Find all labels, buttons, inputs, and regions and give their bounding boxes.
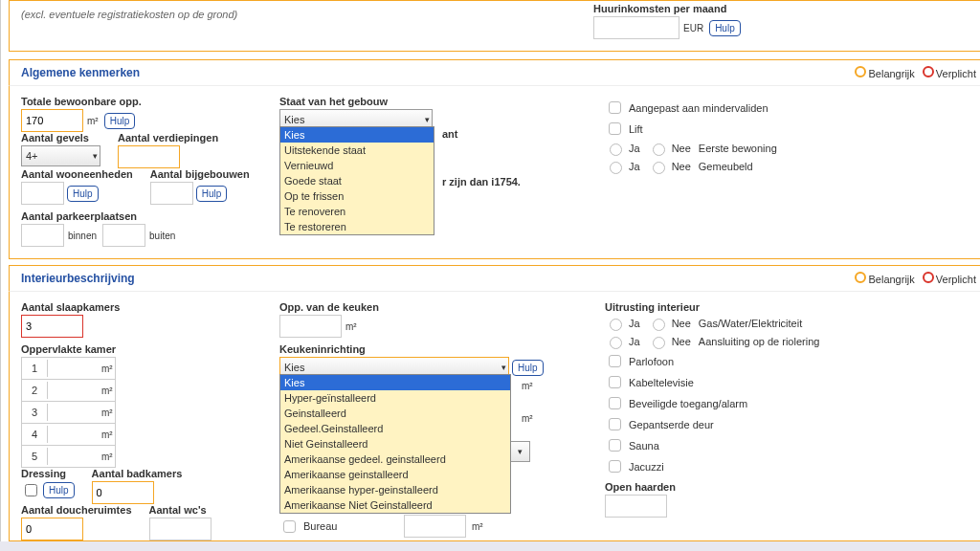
keuken-inr-label: Keukeninrichting — [279, 343, 595, 355]
radio-riool-ja[interactable] — [610, 337, 622, 349]
legend-dot-important — [855, 66, 866, 77]
keuken-option[interactable]: Amerikaanse geinstalleerd — [280, 467, 510, 482]
keuken-option[interactable]: Hyper-geïnstalleerd — [280, 390, 510, 406]
haarden-label: Open haarden — [605, 481, 976, 493]
help-button[interactable]: Hulp — [43, 482, 75, 498]
douche-label: Aantal doucheruimtes — [21, 504, 132, 516]
keuken-opp-label: Opp. van de keuken — [279, 301, 595, 313]
radio-eerste-ja[interactable] — [610, 143, 622, 156]
buiten-label: buiten — [149, 231, 175, 241]
legend-dot-required — [923, 272, 934, 283]
ja-label: Ja — [629, 336, 640, 347]
alarm-label: Beveiligde toegang/alarm — [629, 398, 747, 409]
chevron-down-icon: ▾ — [518, 447, 523, 456]
deur-label: Gepantserde deur — [629, 419, 714, 430]
gemeubeld-label: Gemeubeld — [699, 161, 753, 172]
chk-alarm[interactable] — [609, 397, 621, 409]
radio-gemeubeld-nee[interactable] — [653, 162, 665, 174]
help-button[interactable]: Hulp — [104, 113, 136, 129]
wooneenheden-input[interactable] — [21, 182, 64, 205]
gevels-label: Aantal gevels — [21, 132, 100, 143]
bijgebouwen-input[interactable] — [150, 182, 193, 205]
help-button[interactable]: Hulp — [196, 186, 228, 202]
registration-note: (excl. eventuele registratiekosten op de… — [21, 9, 237, 20]
staat-option[interactable]: Kies — [280, 127, 434, 143]
keuken-option[interactable]: Niet Geinstalleerd — [280, 436, 510, 452]
kamer-opp-input[interactable] — [48, 380, 100, 401]
section-title-general: Algemene kenmerken — [21, 66, 140, 79]
kamer-opp-input[interactable] — [48, 424, 100, 445]
ja-label: Ja — [629, 143, 640, 154]
parkeer-buiten-input[interactable] — [102, 224, 145, 247]
bureau-opp-input[interactable] — [404, 515, 466, 538]
wc-label: Aantal wc's — [149, 504, 212, 516]
nee-label: Nee — [672, 336, 691, 347]
parkeer-binnen-input[interactable] — [21, 224, 64, 247]
chk-bureau[interactable] — [283, 520, 296, 533]
keuken-option[interactable]: Amerikaanse hyper-geinstalleerd — [280, 482, 510, 497]
haarden-input[interactable] — [605, 495, 667, 518]
legend-dot-important — [855, 272, 866, 283]
chk-jacuzzi[interactable] — [609, 460, 621, 473]
chevron-down-icon: ▾ — [425, 115, 430, 124]
keuken-option[interactable]: Amerikaanse gedeel. geinstalleerd — [280, 452, 510, 467]
radio-gemeubeld-ja[interactable] — [610, 162, 622, 174]
staat-dropdown-list[interactable]: KiesUitstekende staatVernieuwdGoede staa… — [279, 126, 434, 235]
keuken-option[interactable]: Gedeel.Geinstalleerd — [280, 421, 510, 436]
wc-input[interactable] — [149, 518, 212, 540]
m2-unit: m² — [522, 413, 533, 424]
radio-eerste-nee[interactable] — [653, 143, 665, 156]
chk-sauna[interactable] — [609, 439, 621, 452]
radio-riool-nee[interactable] — [653, 337, 665, 349]
m2-unit: m² — [87, 116, 99, 126]
keuken-option[interactable]: Geinstalleerd — [280, 406, 510, 421]
badkamers-input[interactable] — [92, 481, 154, 504]
keuken-opp-input[interactable] — [279, 315, 342, 338]
chk-deur[interactable] — [609, 418, 621, 430]
chk-kabel[interactable] — [609, 376, 621, 388]
staat-option[interactable]: Op te frissen — [280, 188, 434, 204]
douche-input[interactable] — [21, 518, 83, 540]
help-button[interactable]: Hulp — [67, 186, 99, 202]
radio-gas-ja[interactable] — [610, 319, 622, 331]
legend-dot-required — [923, 66, 934, 77]
help-button[interactable]: Hulp — [512, 360, 544, 376]
legend: Belangrijk Verplicht — [855, 272, 976, 285]
chk-lift[interactable] — [609, 122, 621, 135]
kamer-opp-input[interactable] — [48, 402, 100, 423]
staat-option[interactable]: Goede staat — [280, 173, 434, 188]
chk-parlofoon[interactable] — [609, 355, 621, 367]
keuken-option[interactable]: Kies — [280, 375, 510, 390]
keuken-dropdown-list[interactable]: KiesHyper-geïnstalleerdGeinstalleerdGede… — [279, 374, 511, 514]
chevron-down-icon: ▾ — [501, 363, 506, 372]
chk-mindervaliden[interactable] — [609, 101, 621, 114]
nee-label: Nee — [672, 143, 691, 154]
keuken-option[interactable]: Amerikaanse Niet Geinstalleerd — [280, 497, 510, 513]
dressing-label: Dressing — [21, 468, 75, 479]
kabel-label: Kabeltelevisie — [629, 377, 694, 388]
m2-unit: m² — [345, 321, 357, 332]
ja-label: Ja — [629, 161, 640, 172]
kamer-opp-input[interactable] — [48, 446, 100, 467]
staat-option[interactable]: Vernieuwd — [280, 158, 434, 173]
rent-input[interactable] — [593, 16, 679, 39]
parlofoon-label: Parlofoon — [629, 356, 674, 367]
uitrusting-label: Uitrusting interieur — [605, 301, 976, 313]
help-button[interactable]: Hulp — [709, 20, 741, 36]
kamer-opp-input[interactable] — [48, 358, 100, 379]
riool-label: Aansluiting op de riolering — [699, 336, 820, 347]
slaap-input[interactable] — [21, 315, 83, 338]
gevels-select[interactable]: 4+▾ — [21, 145, 100, 166]
staat-option[interactable]: Te renoveren — [280, 204, 434, 219]
staat-option[interactable]: Uitstekende staat — [280, 143, 434, 158]
rent-unit: EUR — [683, 23, 703, 33]
chk-dressing[interactable] — [25, 484, 37, 496]
radio-gas-nee[interactable] — [653, 319, 665, 331]
surface-input[interactable] — [21, 109, 83, 132]
m2-unit: m² — [472, 521, 483, 532]
staat-option[interactable]: Te restoreren — [280, 219, 434, 234]
wooneenheden-label: Aantal wooneenheden — [21, 168, 133, 180]
verdiepingen-input[interactable] — [118, 145, 180, 168]
legend-required-label: Verplicht — [936, 274, 976, 285]
hidden-select[interactable]: ▾ — [509, 441, 530, 462]
